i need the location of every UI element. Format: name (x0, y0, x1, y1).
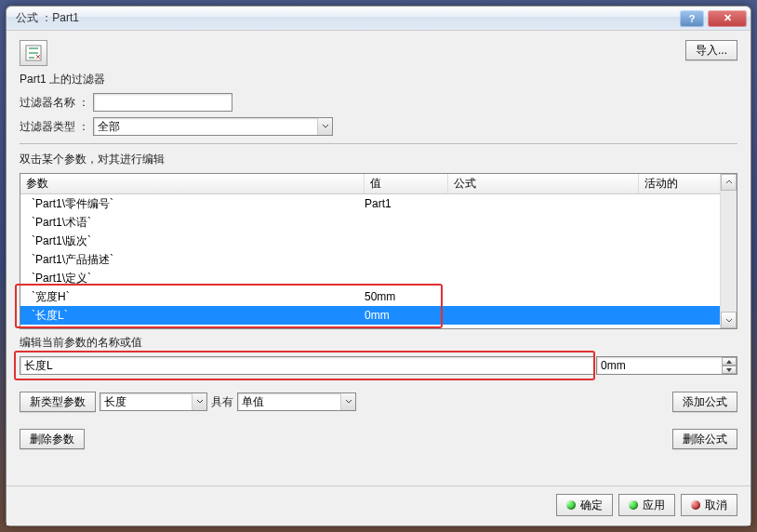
delete-formula-button[interactable]: 删除公式 (672, 429, 737, 449)
import-button[interactable]: 导入... (685, 40, 737, 60)
add-formula-button[interactable]: 添加公式 (672, 392, 737, 412)
param-qty-dropdown[interactable]: 单值 (237, 392, 356, 411)
spin-down-icon[interactable] (722, 366, 737, 374)
chevron-down-icon (192, 393, 206, 410)
table-row[interactable]: `Part1\版次` (20, 232, 737, 250)
edit-caption: 编辑当前参数的名称或值 (20, 335, 737, 351)
table-row[interactable]: `Part1\产品描述` (20, 250, 737, 269)
parameter-table[interactable]: 参数 值 公式 活动的 `Part1\零件编号`Part1`Part1\术语``… (20, 173, 737, 329)
table-row[interactable]: `Part1\定义` (20, 269, 737, 287)
filter-name-input[interactable] (93, 93, 232, 112)
table-row[interactable]: `长度L`0mm (20, 306, 737, 325)
filter-name-label: 过滤器名称 ： (20, 95, 89, 111)
filter-type-dropdown[interactable]: 全部 (93, 117, 333, 136)
col-param[interactable]: 参数 (20, 174, 365, 193)
delete-param-button[interactable]: 删除参数 (20, 429, 85, 449)
col-value[interactable]: 值 (365, 174, 448, 193)
chevron-down-icon (340, 393, 355, 410)
chevron-down-icon (317, 118, 332, 135)
scrollbar[interactable] (720, 174, 737, 328)
fx-icon-button[interactable] (20, 40, 47, 66)
edit-value-input[interactable] (596, 356, 737, 375)
edit-name-input[interactable] (20, 356, 594, 375)
filter-section-label: Part1 上的过滤器 (20, 72, 737, 87)
cancel-button[interactable]: 取消 (681, 494, 737, 516)
filter-type-label: 过滤器类型 ： (20, 119, 89, 135)
help-button[interactable]: ? (680, 10, 704, 27)
apply-button[interactable]: 应用 (618, 494, 675, 516)
has-label: 具有 (211, 394, 233, 410)
table-row[interactable]: `宽度H`50mm (20, 287, 737, 306)
table-caption: 双击某个参数，对其进行编辑 (20, 152, 737, 167)
col-formula[interactable]: 公式 (448, 174, 639, 193)
scroll-up-icon[interactable] (721, 174, 737, 191)
param-type-dropdown[interactable]: 长度 (100, 392, 207, 411)
window-title: 公式 ：Part1 (16, 10, 680, 26)
scroll-down-icon[interactable] (721, 312, 737, 328)
titlebar: 公式 ：Part1 ? ✕ (7, 7, 750, 31)
table-row[interactable]: `Part1\零件编号`Part1 (20, 194, 737, 213)
close-button[interactable]: ✕ (708, 10, 747, 27)
new-type-param-button[interactable]: 新类型参数 (20, 392, 96, 412)
spin-up-icon[interactable] (722, 357, 737, 366)
value-spinner[interactable] (722, 357, 737, 374)
ok-button[interactable]: 确定 (556, 494, 613, 516)
table-row[interactable]: `Part1\术语` (20, 213, 737, 232)
